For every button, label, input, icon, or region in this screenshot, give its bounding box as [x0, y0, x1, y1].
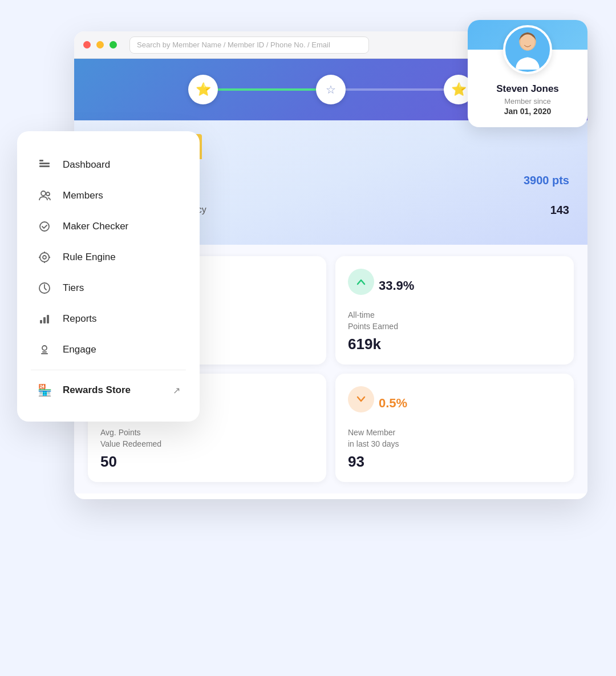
scene: Search by Member Name / Member ID / Phon…: [0, 0, 616, 676]
dot-red[interactable]: [83, 41, 91, 48]
svg-rect-1: [39, 163, 50, 164]
profile-member-since: Member since: [468, 97, 587, 106]
profile-join-date: Jan 01, 2020: [468, 107, 587, 116]
rewards-store-icon: 🏪: [37, 382, 52, 398]
stat-badge-3: [348, 386, 374, 412]
avatar-container: [468, 50, 587, 80]
nav-divider: [31, 370, 186, 370]
sidebar-item-members[interactable]: Members: [31, 180, 186, 211]
stat-percent-row-1: 33.9%: [348, 269, 561, 303]
maker-checker-label: Maker Checker: [63, 221, 128, 232]
stat-percent-row-3: 0.5%: [348, 386, 561, 420]
sidebar-item-dashboard[interactable]: Dashboard: [31, 149, 186, 180]
stat-number-3: 93: [348, 453, 561, 471]
browser-search-bar[interactable]: Search by Member Name / Member ID / Phon…: [129, 37, 369, 54]
sidebar-panel: Dashboard Members Maker Checker Rule Eng…: [17, 131, 200, 422]
avatar: [503, 25, 552, 74]
stat-number-1: 619k: [348, 335, 561, 353]
members-icon: [37, 188, 52, 204]
dot-yellow[interactable]: [96, 41, 104, 48]
svg-point-3: [41, 191, 46, 196]
svg-point-16: [42, 346, 47, 350]
tiers-label: Tiers: [63, 282, 84, 294]
profile-card: Steven Jones Member since Jan 01, 2020: [468, 20, 587, 127]
svg-point-7: [43, 256, 46, 259]
external-link-icon: ↗: [173, 385, 180, 396]
svg-rect-17: [42, 351, 47, 353]
svg-rect-2: [39, 165, 50, 167]
reports-label: Reports: [63, 313, 97, 325]
rewards-store-item[interactable]: 🏪 Rewards Store ↗: [31, 375, 186, 406]
stat-badge-1: [348, 269, 374, 295]
stat-desc-3: New Memberin last 30 days: [348, 427, 561, 450]
svg-rect-15: [47, 315, 49, 323]
profile-info: Steven Jones Member since Jan 01, 2020: [468, 83, 587, 116]
tier-node-1: ⭐: [188, 75, 218, 104]
sidebar-item-maker-checker[interactable]: Maker Checker: [31, 211, 186, 242]
sidebar-item-tiers[interactable]: Tiers: [31, 273, 186, 303]
earned-points-value: 3900 pts: [524, 174, 569, 187]
svg-rect-0: [39, 160, 43, 161]
svg-rect-18: [41, 353, 48, 354]
svg-point-4: [46, 192, 50, 196]
svg-rect-14: [43, 317, 46, 323]
tier-line-progress: [204, 88, 333, 91]
tier-track: ⭐ ☆ ⭐: [188, 75, 473, 104]
sidebar-item-reports[interactable]: Reports: [31, 303, 186, 334]
purchase-frequency-value: 143: [550, 204, 569, 217]
maker-checker-icon: [37, 218, 52, 234]
sidebar-item-rule-engine[interactable]: Rule Engine: [31, 242, 186, 273]
dashboard-icon: [37, 157, 52, 173]
stat-card-3: 0.5% New Memberin last 30 days 93: [335, 374, 574, 482]
stat-percent-3: 0.5%: [379, 396, 407, 411]
tier-node-2: ☆: [316, 75, 346, 104]
engage-icon: [37, 342, 52, 358]
stat-desc-1: All-timePoints Earned: [348, 310, 561, 332]
profile-name: Steven Jones: [468, 83, 587, 95]
stat-percent-1: 33.9%: [379, 278, 414, 293]
dashboard-label: Dashboard: [63, 159, 110, 171]
rule-engine-label: Rule Engine: [63, 252, 116, 263]
engage-label: Engage: [63, 344, 96, 355]
svg-point-6: [40, 253, 49, 262]
svg-rect-13: [40, 320, 42, 323]
rewards-store-label: Rewards Store: [63, 384, 163, 396]
svg-point-22: [520, 34, 534, 50]
reports-icon: [37, 311, 52, 327]
rule-engine-icon: [37, 249, 52, 265]
stat-number-2: 50: [100, 453, 314, 471]
svg-point-5: [40, 222, 49, 231]
stat-card-1: 33.9% All-timePoints Earned 619k: [335, 256, 574, 365]
members-label: Members: [63, 190, 103, 201]
sidebar-item-engage[interactable]: Engage: [31, 334, 186, 365]
search-placeholder-text: Search by Member Name / Member ID / Phon…: [137, 41, 330, 49]
tiers-icon: [37, 280, 52, 296]
stat-desc-2: Avg. PointsValue Redeemed: [100, 427, 314, 450]
dot-green[interactable]: [110, 41, 117, 48]
